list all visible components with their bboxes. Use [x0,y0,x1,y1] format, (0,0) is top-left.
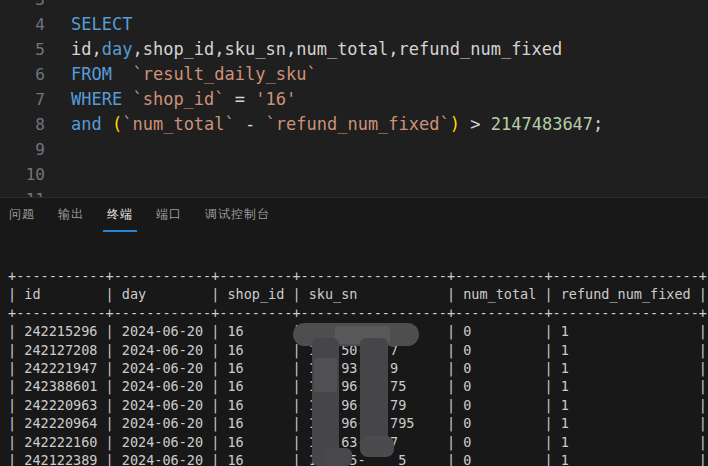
terminal-line: +-----------+------------+---------+----… [8,304,708,322]
code-line-5: 5id,day,shop_id,sku_sn,num_total,refund_… [0,37,708,62]
terminal-output[interactable]: +-----------+------------+---------+----… [8,267,708,466]
panel-tab-3[interactable]: 端口 [152,199,186,232]
code-line-3: 3 [0,0,708,12]
terminal-line: +-----------+------------+---------+----… [8,267,708,285]
code-lines: 34SELECT5id,day,shop_id,sku_sn,num_total… [0,0,708,198]
code-text: and (`num_total` - `refund_num_fixed`) >… [71,112,603,137]
code-line-9: 9 [0,137,708,162]
code-line-8: 8and (`num_total` - `refund_num_fixed`) … [0,112,708,137]
line-number: 8 [0,112,45,137]
line-number: 9 [0,137,45,162]
terminal-line: | 242388601 | 2024-06-20 | 16 | 11 96- 7… [8,377,708,395]
line-number: 6 [0,62,45,87]
code-text: id,day,shop_id,sku_sn,num_total,refund_n… [71,37,562,62]
terminal-line: | 242122389 | 2024-06-20 | 16 | 12 25- 5… [8,451,708,466]
panel-tab-4[interactable]: 调试控制台 [201,199,274,232]
censor-smudge-right-foot [360,436,394,457]
vscode-window: 34SELECT5id,day,shop_id,sku_sn,num_total… [0,0,708,466]
code-text: SELECT [71,12,132,37]
terminal-line: | 242220963 | 2024-06-20 | 16 | 11 96- 7… [8,396,708,414]
code-text: FROM `result_daily_sku` [71,62,317,87]
terminal-line: | id | day | shop_id | sku_sn | num_tota… [8,285,708,303]
code-line-6: 6FROM `result_daily_sku` [0,62,708,87]
line-number: 4 [0,12,45,37]
panel-tab-terminal[interactable]: 终端 [103,199,137,232]
censor-smudge-bottom-blob [322,448,352,466]
code-line-7: 7WHERE `shop_id` = '16' [0,87,708,112]
line-number: 11 [0,187,45,198]
terminal-line: | 242221947 | 2024-06-20 | 16 | 11 93- 9… [8,359,708,377]
panel-tab-1[interactable]: 输出 [54,199,88,232]
censor-smudge-left-light [314,358,337,392]
panel-tab-0[interactable]: 问题 [5,199,39,232]
line-number: 3 [0,0,45,12]
terminal-line: | 242222160 | 2024-06-20 | 16 | 11 63- 7… [8,433,708,451]
line-number: 10 [0,162,45,187]
terminal-line: | 242220964 | 2024-06-20 | 16 | 11 96- 7… [8,414,708,432]
editor-pane[interactable]: 34SELECT5id,day,shop_id,sku_sn,num_total… [0,0,708,198]
panel-tab-bar: 问题输出终端端口调试控制台 [0,199,708,232]
code-text: WHERE `shop_id` = '16' [71,87,296,112]
code-line-4: 4SELECT [0,12,708,37]
code-line-10: 10 [0,162,708,187]
line-number: 7 [0,87,45,112]
line-number: 5 [0,37,45,62]
code-line-11: 11 [0,187,708,198]
